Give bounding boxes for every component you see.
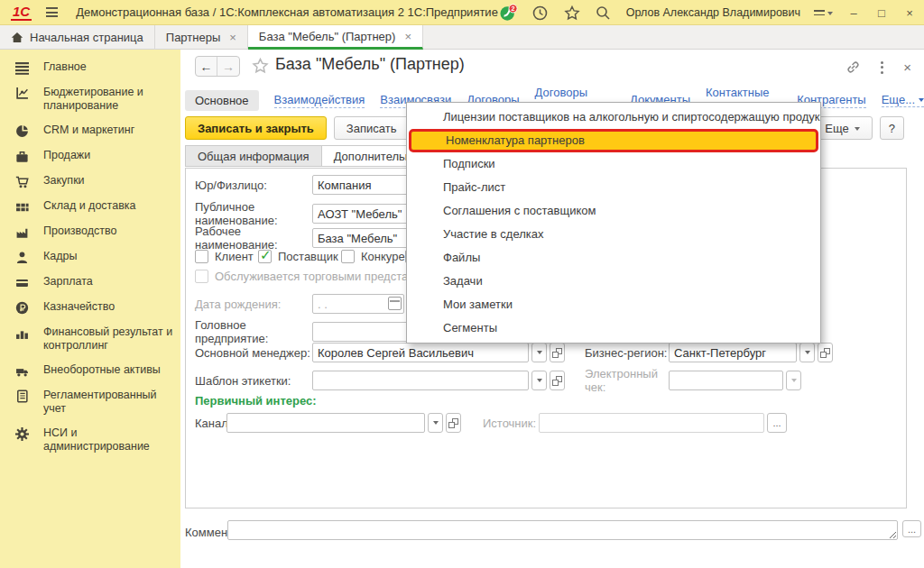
dropdown-button[interactable]	[786, 371, 801, 390]
menu-item-supplier-agreements[interactable]: Соглашения с поставщиком	[407, 199, 820, 223]
notification-badge: 2	[511, 5, 514, 13]
history-icon[interactable]	[531, 4, 550, 22]
menu-item-licenses[interactable]: Лицензии поставщиков на алкогольную и сп…	[407, 105, 820, 129]
menu-item-my-notes[interactable]: Мои заметки	[407, 293, 820, 316]
pie-chart-icon	[15, 124, 30, 138]
history-nav: ← →	[195, 56, 240, 77]
sidebar-item-finresult[interactable]: Финансовый результат и контроллинг	[0, 320, 180, 358]
dropdown-button[interactable]	[531, 343, 547, 362]
business-region-field[interactable]	[669, 343, 797, 362]
nav-more[interactable]: Еще...	[882, 93, 924, 107]
sidebar-item-assets[interactable]: Внеоборотные активы	[0, 358, 180, 383]
open-button[interactable]	[446, 413, 461, 433]
forward-button[interactable]: →	[217, 57, 239, 76]
label-template-field[interactable]	[312, 371, 529, 390]
open-icon	[552, 348, 562, 358]
more-options-icon[interactable]	[881, 61, 883, 74]
open-button[interactable]	[550, 343, 565, 362]
ruble-icon	[15, 301, 30, 315]
sidebar-item-admin[interactable]: НСИ и администрирование	[0, 421, 180, 459]
favorite-star-icon[interactable]	[252, 58, 269, 74]
checkmark-icon: ✓	[260, 247, 272, 263]
electronic-receipt-field[interactable]	[669, 371, 783, 390]
sidebar-item-regulated[interactable]: Регламентированный учет	[0, 383, 180, 421]
discussions-icon[interactable]: 2	[500, 4, 518, 22]
source-dots-button[interactable]: ...	[767, 413, 787, 433]
sidebar-item-payroll[interactable]: Зарплата	[0, 270, 180, 295]
bar-chart-icon	[15, 326, 30, 340]
menu-item-partner-nomenclature[interactable]: Номенклатура партнеров	[409, 129, 818, 152]
open-button[interactable]	[818, 343, 833, 362]
chart-axes-icon	[15, 87, 30, 100]
dropdown-button[interactable]	[531, 371, 547, 390]
service-menu-icon[interactable]	[814, 8, 833, 18]
menu-item-subscriptions[interactable]: Подписки	[407, 152, 820, 176]
form-title: База "Мебель" (Партнер)	[275, 55, 465, 74]
sales-rep-checkbox[interactable]	[195, 270, 208, 283]
home-icon	[11, 32, 23, 43]
current-user[interactable]: Орлов Александр Владимирович	[626, 6, 800, 19]
menu-item-files[interactable]: Файлы	[407, 246, 820, 270]
head-company-label: Головное предприятие:	[195, 318, 312, 345]
menu-item-segments[interactable]: Сегменты	[407, 316, 820, 340]
menu-item-price-list[interactable]: Прайс-лист	[407, 176, 820, 199]
minimize-button[interactable]: –	[846, 6, 861, 20]
sidebar-item-production[interactable]: Производство	[0, 219, 180, 244]
calendar-icon[interactable]	[388, 297, 402, 310]
business-region-label: Бизнес-регион:	[585, 346, 669, 360]
save-button[interactable]: Записать	[334, 116, 410, 140]
cart-icon	[15, 175, 30, 188]
sidebar-item-budgeting[interactable]: Бюджетирование и планирование	[0, 80, 180, 118]
search-icon[interactable]	[595, 4, 613, 22]
client-checkbox[interactable]	[195, 250, 208, 263]
sidebar-item-sales[interactable]: Продажи	[0, 143, 180, 169]
card-icon	[15, 276, 30, 289]
truck-icon	[15, 364, 30, 378]
comment-field[interactable]	[227, 520, 898, 540]
briefcase-icon	[15, 150, 30, 163]
sidebar-item-main[interactable]: Главное	[0, 55, 180, 80]
menu-item-tasks[interactable]: Задачи	[407, 270, 820, 293]
client-checkbox-label: Клиент	[215, 250, 254, 263]
chevron-down-icon	[919, 98, 924, 105]
sidebar-item-warehouse[interactable]: Склад и доставка	[0, 194, 180, 219]
open-button[interactable]	[550, 371, 565, 390]
back-button[interactable]: ←	[196, 57, 217, 76]
close-tab-icon[interactable]: ×	[404, 30, 411, 43]
nav-main[interactable]: Основное	[185, 90, 259, 111]
nav-interactions[interactable]: Взаимодействия	[274, 93, 365, 108]
close-tab-icon[interactable]: ×	[229, 31, 236, 44]
link-icon[interactable]	[845, 60, 861, 75]
tab-partners[interactable]: Партнеры ×	[155, 25, 248, 50]
gear-icon	[15, 427, 30, 441]
dropdown-button[interactable]	[428, 413, 443, 433]
main-menu-icon[interactable]	[46, 7, 58, 17]
tab-home[interactable]: Начальная страница	[0, 25, 155, 50]
dropdown-button[interactable]	[799, 343, 815, 362]
save-close-button[interactable]: Записать и закрыть	[185, 116, 327, 140]
maximize-button[interactable]: □	[874, 6, 889, 20]
open-icon	[448, 418, 458, 428]
competitor-checkbox[interactable]	[341, 250, 355, 263]
more-button[interactable]: Еще	[812, 116, 872, 140]
public-name-label: Публичное наименование:	[195, 200, 312, 227]
sidebar-item-purchases[interactable]: Закупки	[0, 169, 180, 194]
tab-general-info[interactable]: Общая информация	[185, 145, 322, 167]
favorites-star-icon[interactable]	[563, 4, 581, 22]
close-window-button[interactable]: ×	[902, 6, 917, 20]
supplier-checkbox[interactable]: ✓	[258, 250, 272, 263]
app-window: 1С Демонстрационная база / 1С:Комплексна…	[0, 0, 924, 568]
help-button[interactable]: ?	[880, 116, 904, 140]
tab-partner-card[interactable]: База "Мебель" (Партнер) ×	[248, 25, 423, 50]
sidebar-item-hr[interactable]: Кадры	[0, 244, 180, 270]
label-template-label: Шаблон этикетки:	[195, 374, 312, 388]
comment-dots-button[interactable]: ...	[902, 520, 921, 537]
close-form-icon[interactable]: ×	[903, 60, 911, 75]
person-icon	[15, 251, 30, 264]
source-field[interactable]	[539, 413, 764, 433]
menu-item-deals[interactable]: Участие в сделках	[407, 223, 820, 246]
sidebar-item-crm[interactable]: CRM и маркетинг	[0, 118, 180, 143]
channel-field[interactable]	[226, 413, 425, 433]
main-manager-field[interactable]	[312, 343, 529, 362]
sidebar-item-treasury[interactable]: Казначейство	[0, 295, 180, 320]
